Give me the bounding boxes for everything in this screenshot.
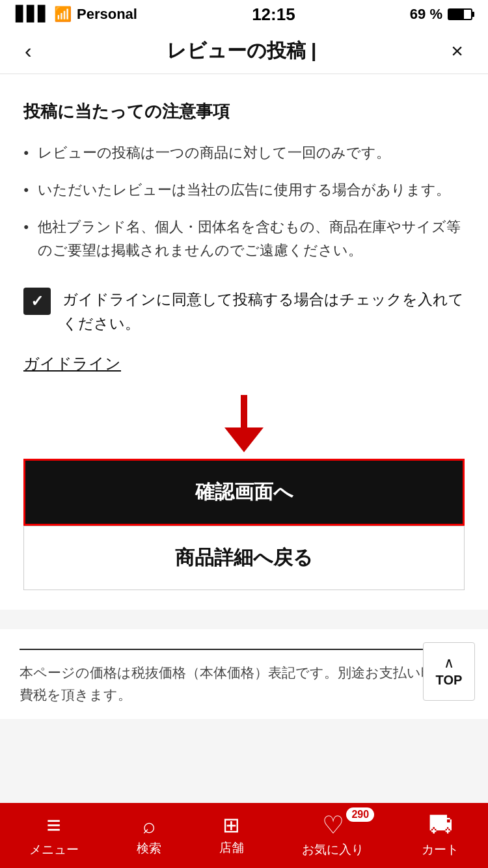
nav-label-store: 店舗 [219, 839, 244, 856]
footer-divider [20, 649, 468, 650]
notice-item-2: いただいたレビューは当社の広告に使用する場合があります。 [23, 178, 465, 201]
status-carrier: ▋▋▋ 📶 Personal [16, 6, 137, 23]
red-arrow-icon [218, 395, 270, 454]
status-time: 12:15 [252, 5, 295, 25]
svg-marker-1 [224, 427, 264, 452]
guideline-link[interactable]: ガイドライン [23, 353, 121, 374]
search-icon: ⌕ [142, 814, 156, 836]
page-header: ‹ レビューの投稿 | × [0, 29, 488, 74]
battery-text: 69 % [410, 6, 442, 23]
top-chevron-icon: ∧ [444, 656, 454, 670]
signal-icon: ▋▋▋ [16, 6, 49, 23]
status-battery: 69 % [410, 6, 472, 23]
main-content: 投稿に当たっての注意事項 レビューの投稿は一つの商品に対して一回のみです。 いた… [0, 74, 488, 610]
notice-item-3: 他社ブランド名、個人・団体名を含むもの、商品在庫やサイズ等のご要望は掲載されませ… [23, 215, 465, 261]
back-to-product-button[interactable]: 商品詳細へ戻る [23, 526, 465, 590]
nav-item-store[interactable]: ⊞ 店舗 [219, 815, 244, 856]
back-button[interactable]: ‹ [20, 34, 37, 68]
checkbox-area[interactable]: ガイドラインに同意して投稿する場合はチェックを入れてください。 [23, 288, 465, 336]
nav-item-menu[interactable]: ≡ メニュー [29, 813, 79, 858]
section-title: 投稿に当たっての注意事項 [23, 100, 465, 123]
wifi-icon: 📶 [54, 6, 72, 23]
top-label: TOP [436, 673, 463, 688]
arrow-indicator [23, 395, 465, 454]
carrier-name: Personal [77, 6, 137, 23]
nav-item-cart[interactable]: ⛟ カート [422, 813, 459, 858]
store-icon: ⊞ [223, 815, 240, 835]
separator [0, 610, 488, 629]
heart-icon: ♡ [322, 813, 344, 837]
nav-item-search[interactable]: ⌕ 検索 [137, 814, 161, 857]
page-title: レビューの投稿 | [167, 38, 317, 64]
checkbox-label: ガイドラインに同意して投稿する場合はチェックを入れてください。 [62, 288, 465, 336]
nav-label-cart: カート [422, 841, 459, 858]
status-bar: ▋▋▋ 📶 Personal 12:15 69 % [0, 0, 488, 29]
menu-icon: ≡ [47, 813, 61, 837]
nav-item-favorites[interactable]: ♡ 290 お気に入り [302, 813, 364, 858]
footer-note-text: 本ページの価格は税抜価格（本体価格）表記です。別途お支払い時に消費税を頂きます。 [20, 662, 468, 705]
battery-icon [448, 8, 472, 20]
buttons-section: 確認画面へ 商品詳細へ戻る [23, 459, 465, 590]
nav-label-favorites: お気に入り [302, 841, 364, 858]
close-button[interactable]: × [446, 34, 468, 68]
footer-note-area: 本ページの価格は税抜価格（本体価格）表記です。別途お支払い時に消費税を頂きます。… [0, 629, 488, 718]
nav-label-menu: メニュー [29, 841, 79, 858]
favorites-badge: 290 [346, 807, 374, 822]
nav-label-search: 検索 [137, 840, 161, 857]
checkbox[interactable] [23, 288, 51, 315]
notice-item-1: レビューの投稿は一つの商品に対して一回のみです。 [23, 141, 465, 164]
notice-list: レビューの投稿は一つの商品に対して一回のみです。 いただいたレビューは当社の広告… [23, 141, 465, 262]
confirm-button[interactable]: 確認画面へ [23, 459, 465, 526]
bottom-nav: ≡ メニュー ⌕ 検索 ⊞ 店舗 ♡ 290 お気に入り ⛟ カート [0, 803, 488, 868]
cart-icon: ⛟ [428, 813, 453, 837]
top-button[interactable]: ∧ TOP [423, 642, 475, 701]
